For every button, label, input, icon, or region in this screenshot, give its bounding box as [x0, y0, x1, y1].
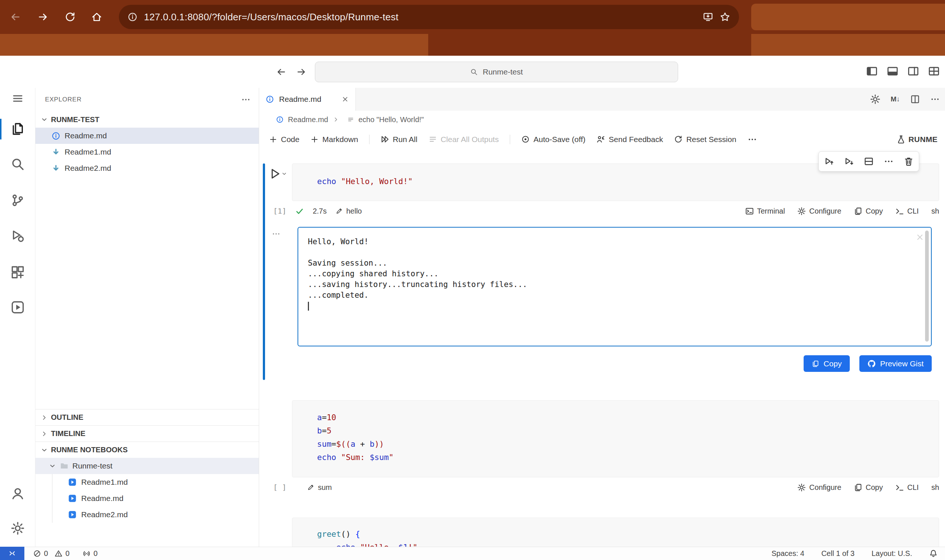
- site-info-icon[interactable]: [128, 12, 137, 22]
- keyboard-layout-status[interactable]: Layout: U.S.: [871, 549, 912, 558]
- copy-output-button[interactable]: Copy: [804, 355, 850, 372]
- terminal-action[interactable]: Terminal: [745, 207, 785, 215]
- gear-icon: [797, 483, 806, 492]
- run-cell-button[interactable]: [269, 168, 287, 180]
- notebook-file-row[interactable]: Readme1.md: [35, 474, 259, 490]
- workspace-root-row[interactable]: RUNME-TEST: [35, 111, 259, 128]
- cli-action[interactable]: CLI: [896, 207, 919, 215]
- clear-all-outputs-button[interactable]: Clear All Outputs: [429, 135, 499, 144]
- send-feedback-button[interactable]: Send Feedback: [597, 135, 663, 144]
- ports-indicator[interactable]: 0: [83, 549, 97, 558]
- split-cell-icon[interactable]: [864, 157, 874, 166]
- notebook-file-row[interactable]: Readme2.md: [35, 506, 259, 523]
- source-control-icon[interactable]: [0, 189, 35, 212]
- account-icon[interactable]: [0, 482, 35, 505]
- file-row-readme1[interactable]: Readme1.md: [35, 144, 259, 160]
- browser-reload-icon[interactable]: [61, 8, 79, 26]
- file-row-readme[interactable]: Readme.md: [35, 128, 259, 144]
- markdown-preview-icon[interactable]: M↓: [891, 95, 900, 103]
- output-collapse-indicator[interactable]: [272, 229, 281, 240]
- chevron-down-icon: [49, 462, 56, 469]
- install-app-icon[interactable]: [703, 12, 713, 22]
- cell3-code-editor[interactable]: greet() { echo "Hello, $1!": [292, 518, 939, 547]
- breadcrumb-file[interactable]: Readme.md: [288, 115, 328, 124]
- outline-section[interactable]: OUTLINE: [35, 409, 259, 425]
- reset-session-button[interactable]: Reset Session: [674, 135, 736, 144]
- history-forward-icon[interactable]: [294, 65, 308, 78]
- execute-above-icon[interactable]: [824, 157, 834, 166]
- browser-back-icon[interactable]: [7, 8, 25, 26]
- file-row-readme2[interactable]: Readme2.md: [35, 160, 259, 176]
- toolbar-divider: [369, 135, 370, 144]
- url-text[interactable]: 127.0.0.1:8080/?folder=/Users/macos/Desk…: [144, 11, 696, 23]
- explorer-icon[interactable]: [0, 117, 35, 141]
- explorer-more-icon[interactable]: [241, 95, 251, 105]
- customize-layout-icon[interactable]: [928, 65, 940, 77]
- cell-position-status[interactable]: Cell 1 of 3: [821, 549, 854, 558]
- terminal-output[interactable]: Hello, World! Saving session......copyin…: [298, 227, 932, 346]
- history-back-icon[interactable]: [274, 65, 289, 78]
- copy-action[interactable]: Copy: [854, 207, 883, 215]
- plus-icon: [269, 135, 277, 143]
- notebook-play-icon: [68, 510, 77, 519]
- settings-gear-icon[interactable]: [0, 517, 35, 540]
- notebook-play-icon: [68, 494, 77, 503]
- add-code-button[interactable]: Code: [269, 135, 299, 144]
- run-debug-icon[interactable]: [0, 224, 35, 248]
- browser-forward-icon[interactable]: [34, 8, 52, 26]
- cell-name[interactable]: sum: [307, 483, 332, 492]
- browser-home-icon[interactable]: [88, 8, 106, 26]
- editor-group: Readme.md M↓ Readme.md echo "Hello, Worl…: [259, 88, 945, 547]
- explorer-sidebar: EXPLORER RUNME-TEST Readme.md Readme1.md…: [35, 88, 259, 547]
- close-icon[interactable]: [341, 95, 349, 103]
- preview-gist-button[interactable]: Preview Gist: [859, 355, 932, 372]
- timeline-section[interactable]: TIMELINE: [35, 425, 259, 442]
- notifications-bell-icon[interactable]: [929, 549, 937, 558]
- auto-save-toggle[interactable]: Auto-Save (off): [521, 135, 586, 144]
- chevron-down-icon[interactable]: [281, 171, 287, 177]
- runme-notebooks-section[interactable]: RUNME NOTEBOOKS: [35, 442, 259, 458]
- runme-notebooks-label: RUNME NOTEBOOKS: [51, 446, 128, 454]
- command-center[interactable]: Runme-test: [315, 62, 678, 82]
- toolbar-more-icon[interactable]: [748, 135, 757, 144]
- add-markdown-button[interactable]: Markdown: [310, 135, 358, 144]
- notebooks-folder-row[interactable]: Runme-test: [35, 458, 259, 474]
- search-view-icon[interactable]: [0, 152, 35, 176]
- toggle-secondary-sidebar-icon[interactable]: [907, 65, 919, 77]
- toggle-panel-icon[interactable]: [887, 65, 899, 77]
- execute-below-icon[interactable]: [844, 157, 854, 166]
- notebook-file-name: Readme.md: [81, 494, 123, 503]
- configure-action[interactable]: Configure: [797, 207, 841, 215]
- cell-name-label: sum: [318, 483, 332, 492]
- remote-indicator[interactable]: [0, 547, 25, 560]
- notebook-file-row[interactable]: Readme.md: [35, 490, 259, 506]
- bookmark-star-icon[interactable]: [720, 12, 730, 22]
- cell-more-icon[interactable]: [884, 157, 894, 166]
- problems-indicator[interactable]: 0 0: [33, 549, 69, 558]
- cell2-code-editor[interactable]: a=10b=5sum=$((a + b))echo "Sum: $sum": [292, 400, 939, 477]
- split-editor-icon[interactable]: [910, 94, 920, 104]
- output-close-icon[interactable]: [916, 233, 924, 242]
- breadcrumb-symbol[interactable]: echo "Hello, World!": [358, 115, 424, 124]
- runme-view-icon[interactable]: [0, 295, 35, 319]
- cli-action[interactable]: CLI: [896, 483, 919, 492]
- layout-controls: [866, 65, 940, 77]
- run-all-button[interactable]: Run All: [381, 135, 418, 144]
- menu-icon[interactable]: [0, 88, 35, 110]
- copy-action[interactable]: Copy: [854, 483, 883, 492]
- indentation-status[interactable]: Spaces: 4: [771, 549, 804, 558]
- output-scrollbar[interactable]: [925, 231, 929, 342]
- address-bar[interactable]: 127.0.0.1:8080/?folder=/Users/macos/Desk…: [119, 5, 739, 29]
- tab-label: Readme.md: [279, 95, 321, 104]
- more-actions-icon[interactable]: [930, 94, 940, 104]
- cell-language[interactable]: sh: [931, 207, 939, 215]
- delete-cell-icon[interactable]: [903, 157, 914, 166]
- configure-action[interactable]: Configure: [797, 483, 841, 492]
- notebook-settings-gear-icon[interactable]: [870, 94, 880, 105]
- gist-buttons: Copy Preview Gist: [298, 355, 932, 372]
- tab-readme[interactable]: Readme.md: [259, 88, 356, 111]
- extensions-icon[interactable]: [0, 260, 35, 284]
- cell-language[interactable]: sh: [931, 483, 939, 492]
- cell-name[interactable]: hello: [336, 207, 362, 215]
- toggle-sidebar-icon[interactable]: [866, 65, 878, 77]
